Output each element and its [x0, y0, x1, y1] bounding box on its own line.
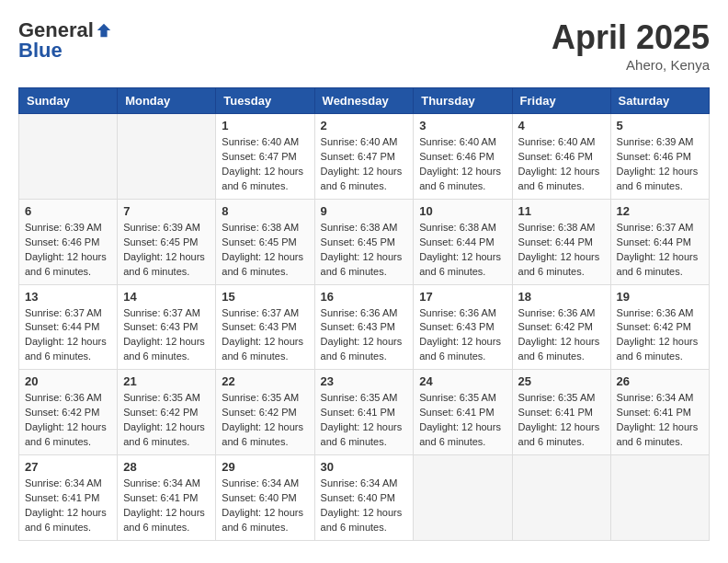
calendar-cell: 24Sunrise: 6:35 AM Sunset: 6:41 PM Dayli…: [414, 370, 512, 455]
calendar-cell: [19, 114, 118, 200]
calendar-cell: 27Sunrise: 6:34 AM Sunset: 6:41 PM Dayli…: [19, 455, 118, 541]
calendar-week-row: 27Sunrise: 6:34 AM Sunset: 6:41 PM Dayli…: [19, 455, 710, 541]
day-info: Sunrise: 6:37 AM Sunset: 6:43 PM Dayligh…: [222, 306, 308, 365]
calendar-cell: 6Sunrise: 6:39 AM Sunset: 6:46 PM Daylig…: [19, 199, 118, 284]
day-info: Sunrise: 6:35 AM Sunset: 6:41 PM Dayligh…: [518, 391, 605, 450]
calendar-cell: 22Sunrise: 6:35 AM Sunset: 6:42 PM Dayli…: [216, 370, 314, 455]
calendar-cell: 17Sunrise: 6:36 AM Sunset: 6:43 PM Dayli…: [414, 284, 512, 370]
day-info: Sunrise: 6:36 AM Sunset: 6:42 PM Dayligh…: [518, 306, 605, 365]
day-info: Sunrise: 6:37 AM Sunset: 6:44 PM Dayligh…: [25, 306, 111, 365]
day-number: 22: [222, 374, 308, 388]
day-number: 27: [25, 460, 111, 474]
calendar-cell: 11Sunrise: 6:38 AM Sunset: 6:44 PM Dayli…: [512, 199, 610, 284]
calendar-cell: 3Sunrise: 6:40 AM Sunset: 6:46 PM Daylig…: [414, 114, 512, 200]
day-info: Sunrise: 6:40 AM Sunset: 6:47 PM Dayligh…: [222, 135, 308, 194]
column-header-sunday: Sunday: [19, 88, 118, 114]
calendar-cell: 5Sunrise: 6:39 AM Sunset: 6:46 PM Daylig…: [610, 114, 709, 200]
calendar-cell: 9Sunrise: 6:38 AM Sunset: 6:45 PM Daylig…: [314, 199, 414, 284]
calendar-cell: 19Sunrise: 6:36 AM Sunset: 6:42 PM Dayli…: [610, 284, 709, 370]
day-info: Sunrise: 6:38 AM Sunset: 6:45 PM Dayligh…: [321, 221, 408, 280]
day-number: 14: [123, 290, 210, 304]
title-area: April 2025 Ahero, Kenya: [552, 18, 710, 73]
day-number: 20: [25, 374, 111, 388]
column-header-wednesday: Wednesday: [314, 88, 414, 114]
day-info: Sunrise: 6:35 AM Sunset: 6:41 PM Dayligh…: [321, 391, 408, 450]
day-info: Sunrise: 6:34 AM Sunset: 6:41 PM Dayligh…: [123, 477, 210, 535]
day-number: 17: [419, 290, 506, 304]
day-info: Sunrise: 6:35 AM Sunset: 6:42 PM Dayligh…: [222, 391, 308, 450]
day-info: Sunrise: 6:34 AM Sunset: 6:40 PM Dayligh…: [222, 477, 308, 535]
location: Ahero, Kenya: [552, 57, 710, 73]
calendar-cell: 15Sunrise: 6:37 AM Sunset: 6:43 PM Dayli…: [216, 284, 314, 370]
day-info: Sunrise: 6:34 AM Sunset: 6:41 PM Dayligh…: [617, 391, 703, 450]
calendar-cell: 21Sunrise: 6:35 AM Sunset: 6:42 PM Dayli…: [118, 370, 216, 455]
day-info: Sunrise: 6:37 AM Sunset: 6:44 PM Dayligh…: [617, 221, 703, 280]
logo-blue-text: Blue: [18, 39, 63, 63]
column-header-thursday: Thursday: [414, 88, 512, 114]
day-info: Sunrise: 6:35 AM Sunset: 6:42 PM Dayligh…: [123, 391, 210, 450]
calendar-cell: 2Sunrise: 6:40 AM Sunset: 6:47 PM Daylig…: [314, 114, 414, 200]
day-number: 21: [123, 374, 210, 388]
calendar-week-row: 13Sunrise: 6:37 AM Sunset: 6:44 PM Dayli…: [19, 284, 710, 370]
day-number: 12: [617, 204, 703, 218]
day-number: 2: [321, 119, 408, 132]
calendar-cell: 23Sunrise: 6:35 AM Sunset: 6:41 PM Dayli…: [314, 370, 414, 455]
day-number: 10: [419, 204, 506, 218]
day-number: 19: [617, 290, 703, 304]
day-info: Sunrise: 6:40 AM Sunset: 6:47 PM Dayligh…: [321, 135, 408, 194]
column-header-monday: Monday: [118, 88, 216, 114]
column-header-saturday: Saturday: [610, 88, 709, 114]
day-info: Sunrise: 6:36 AM Sunset: 6:42 PM Dayligh…: [25, 391, 111, 450]
calendar-cell: 13Sunrise: 6:37 AM Sunset: 6:44 PM Dayli…: [19, 284, 118, 370]
calendar-week-row: 6Sunrise: 6:39 AM Sunset: 6:46 PM Daylig…: [19, 199, 710, 284]
day-number: 5: [617, 119, 703, 132]
day-info: Sunrise: 6:39 AM Sunset: 6:45 PM Dayligh…: [123, 221, 210, 280]
day-info: Sunrise: 6:40 AM Sunset: 6:46 PM Dayligh…: [518, 135, 605, 194]
day-info: Sunrise: 6:34 AM Sunset: 6:40 PM Dayligh…: [321, 477, 408, 535]
day-info: Sunrise: 6:38 AM Sunset: 6:45 PM Dayligh…: [222, 221, 308, 280]
calendar-table: SundayMondayTuesdayWednesdayThursdayFrid…: [18, 87, 710, 541]
month-title: April 2025: [552, 18, 710, 57]
calendar-cell: 1Sunrise: 6:40 AM Sunset: 6:47 PM Daylig…: [216, 114, 314, 200]
calendar-cell: 20Sunrise: 6:36 AM Sunset: 6:42 PM Dayli…: [19, 370, 118, 455]
calendar-week-row: 1Sunrise: 6:40 AM Sunset: 6:47 PM Daylig…: [19, 114, 710, 200]
calendar-cell: 14Sunrise: 6:37 AM Sunset: 6:43 PM Dayli…: [118, 284, 216, 370]
day-number: 26: [617, 374, 703, 388]
day-number: 3: [419, 119, 506, 132]
calendar-cell: 25Sunrise: 6:35 AM Sunset: 6:41 PM Dayli…: [512, 370, 610, 455]
day-number: 7: [123, 204, 210, 218]
page-header: General Blue April 2025 Ahero, Kenya: [18, 18, 710, 73]
day-number: 9: [321, 204, 408, 218]
day-info: Sunrise: 6:35 AM Sunset: 6:41 PM Dayligh…: [419, 391, 506, 450]
day-info: Sunrise: 6:37 AM Sunset: 6:43 PM Dayligh…: [123, 306, 210, 365]
day-number: 28: [123, 460, 210, 474]
day-info: Sunrise: 6:36 AM Sunset: 6:43 PM Dayligh…: [419, 306, 506, 365]
day-number: 30: [321, 460, 408, 474]
day-number: 6: [25, 204, 111, 218]
day-number: 1: [222, 119, 308, 132]
column-header-tuesday: Tuesday: [216, 88, 314, 114]
day-number: 29: [222, 460, 308, 474]
logo-icon: [96, 22, 112, 39]
day-number: 23: [321, 374, 408, 388]
calendar-cell: 8Sunrise: 6:38 AM Sunset: 6:45 PM Daylig…: [216, 199, 314, 284]
calendar-cell: 18Sunrise: 6:36 AM Sunset: 6:42 PM Dayli…: [512, 284, 610, 370]
calendar-week-row: 20Sunrise: 6:36 AM Sunset: 6:42 PM Dayli…: [19, 370, 710, 455]
day-number: 4: [518, 119, 605, 132]
calendar-cell: 26Sunrise: 6:34 AM Sunset: 6:41 PM Dayli…: [610, 370, 709, 455]
calendar-cell: 4Sunrise: 6:40 AM Sunset: 6:46 PM Daylig…: [512, 114, 610, 200]
calendar-cell: 28Sunrise: 6:34 AM Sunset: 6:41 PM Dayli…: [118, 455, 216, 541]
calendar-cell: 12Sunrise: 6:37 AM Sunset: 6:44 PM Dayli…: [610, 199, 709, 284]
calendar-cell: 16Sunrise: 6:36 AM Sunset: 6:43 PM Dayli…: [314, 284, 414, 370]
day-number: 11: [518, 204, 605, 218]
calendar-header-row: SundayMondayTuesdayWednesdayThursdayFrid…: [19, 88, 710, 114]
day-number: 24: [419, 374, 506, 388]
day-info: Sunrise: 6:36 AM Sunset: 6:43 PM Dayligh…: [321, 306, 408, 365]
day-info: Sunrise: 6:38 AM Sunset: 6:44 PM Dayligh…: [419, 221, 506, 280]
day-info: Sunrise: 6:36 AM Sunset: 6:42 PM Dayligh…: [617, 306, 703, 365]
calendar-cell: 7Sunrise: 6:39 AM Sunset: 6:45 PM Daylig…: [118, 199, 216, 284]
calendar-cell: [414, 455, 512, 541]
calendar-cell: [610, 455, 709, 541]
calendar-cell: 29Sunrise: 6:34 AM Sunset: 6:40 PM Dayli…: [216, 455, 314, 541]
day-info: Sunrise: 6:40 AM Sunset: 6:46 PM Dayligh…: [419, 135, 506, 194]
